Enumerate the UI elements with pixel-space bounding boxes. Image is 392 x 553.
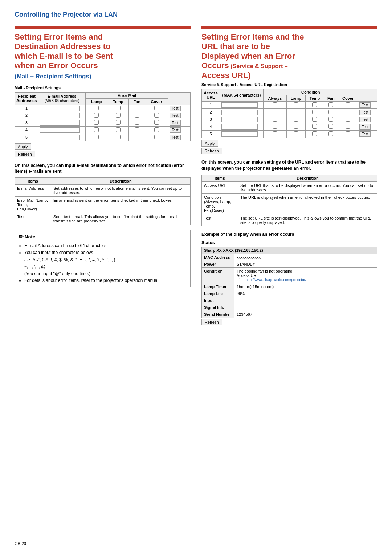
access-url-link[interactable]: http://www.sharp-world.com/projector/ xyxy=(245,278,306,282)
url-input-4[interactable] xyxy=(221,124,258,130)
right-apply-button[interactable]: Apply xyxy=(201,140,218,147)
col-error-mail: Error Mail xyxy=(86,92,168,98)
url-input-1[interactable] xyxy=(221,102,258,108)
fan-check-r4[interactable] xyxy=(328,124,333,129)
right-header-bar xyxy=(201,26,377,29)
test-btn-3[interactable]: Test xyxy=(170,120,180,126)
cover-check-5[interactable] xyxy=(154,135,159,139)
list-item: E-mail Address can be up to 64 character… xyxy=(24,242,187,249)
temp-check-r5[interactable] xyxy=(312,131,317,136)
table-row: 5 Test xyxy=(15,134,191,141)
list-item: Condition The cooling fan is not operati… xyxy=(202,268,377,283)
url-input-3[interactable] xyxy=(221,117,258,122)
right-form-label: Service & Support - Access URL Registrat… xyxy=(201,82,377,87)
right-desc-intro: On this screen, you can make settings of… xyxy=(201,159,377,172)
fan-check-2[interactable] xyxy=(135,113,139,118)
left-section-subtitle: (Mail – Recipient Settings) xyxy=(15,73,191,82)
always-check-1[interactable] xyxy=(273,102,277,107)
lamp-check-r2[interactable] xyxy=(294,110,298,114)
temp-check-1[interactable] xyxy=(116,106,121,110)
test-btn-1[interactable]: Test xyxy=(170,106,180,111)
test-btn-2[interactable]: Test xyxy=(170,113,180,118)
lamp-check-5[interactable] xyxy=(94,135,99,139)
fan-check-r1[interactable] xyxy=(328,102,333,107)
note-label: Note xyxy=(25,234,35,239)
temp-check-3[interactable] xyxy=(116,120,121,125)
always-check-4[interactable] xyxy=(273,124,277,129)
list-item: Error Mail (Lamp, Temp, Fan,Cover) Error… xyxy=(15,197,191,213)
lamp-check-2[interactable] xyxy=(94,113,99,118)
test-btn-r5[interactable]: Test xyxy=(359,131,370,137)
temp-check-r3[interactable] xyxy=(312,117,317,122)
temp-check-5[interactable] xyxy=(116,135,121,139)
left-refresh-button[interactable]: Refresh xyxy=(15,151,35,157)
example-title: Example of the display when an error occ… xyxy=(201,232,377,238)
cover-check-r5[interactable] xyxy=(346,131,350,136)
left-note-box: ✏ Note E-mail Address can be up to 64 ch… xyxy=(15,230,191,287)
note-icon: ✏ xyxy=(19,233,23,240)
lamp-check-r1[interactable] xyxy=(294,102,298,107)
email-input-3[interactable] xyxy=(40,120,80,126)
email-input-1[interactable] xyxy=(40,106,80,111)
table-row: 4 Test xyxy=(202,123,377,130)
right-column: Setting Error Items and the URL that are… xyxy=(201,26,377,325)
fan-check-3[interactable] xyxy=(135,120,139,125)
left-apply-button[interactable]: Apply xyxy=(15,143,31,150)
test-btn-5[interactable]: Test xyxy=(170,135,180,140)
fan-check-r5[interactable] xyxy=(328,131,333,136)
fan-check-1[interactable] xyxy=(135,106,139,110)
desc-col-items-r: Items xyxy=(202,175,238,181)
right-refresh-button[interactable]: Refresh xyxy=(201,148,222,154)
left-desc-section: On this screen, you can input e-mail des… xyxy=(15,163,191,225)
temp-check-2[interactable] xyxy=(116,113,121,118)
lamp-check-r5[interactable] xyxy=(294,131,298,136)
email-input-4[interactable] xyxy=(40,127,80,133)
cover-check-2[interactable] xyxy=(154,113,159,118)
test-btn-r2[interactable]: Test xyxy=(359,110,370,115)
status-section: Example of the display when an error occ… xyxy=(201,232,377,326)
list-item: You can input the characters below: a-z,… xyxy=(24,249,187,277)
col-fan-r: Fan xyxy=(324,95,338,101)
temp-check-r1[interactable] xyxy=(312,102,317,107)
col-fan: Fan xyxy=(129,98,145,105)
col-always: Always xyxy=(264,95,287,101)
test-btn-r3[interactable]: Test xyxy=(359,117,370,122)
lamp-check-1[interactable] xyxy=(94,106,99,110)
cover-check-r2[interactable] xyxy=(346,110,350,114)
fan-check-4[interactable] xyxy=(135,127,139,132)
test-btn-4[interactable]: Test xyxy=(170,127,180,133)
list-item: Signal Info ---- xyxy=(202,304,377,311)
lamp-check-3[interactable] xyxy=(94,120,99,125)
device-header-row: Sharp XX-XXXX (192.168.150.2) xyxy=(202,247,377,254)
url-input-2[interactable] xyxy=(221,110,258,115)
lamp-check-r3[interactable] xyxy=(294,117,298,122)
list-item: Serial Number 1234567 xyxy=(202,311,377,318)
test-btn-r1[interactable]: Test xyxy=(359,102,370,108)
temp-check-r2[interactable] xyxy=(312,110,317,114)
cover-check-1[interactable] xyxy=(154,106,159,110)
email-input-2[interactable] xyxy=(40,113,80,118)
always-check-5[interactable] xyxy=(273,131,277,136)
fan-check-r3[interactable] xyxy=(328,117,333,122)
fan-check-r2[interactable] xyxy=(328,110,333,114)
test-btn-r4[interactable]: Test xyxy=(359,124,370,130)
temp-check-4[interactable] xyxy=(116,127,121,132)
always-check-3[interactable] xyxy=(273,117,277,122)
cover-check-3[interactable] xyxy=(154,120,159,125)
lamp-check-4[interactable] xyxy=(94,127,99,132)
status-refresh-button[interactable]: Refresh xyxy=(201,319,222,325)
status-table: Sharp XX-XXXX (192.168.150.2) MAC Addres… xyxy=(201,247,377,318)
fan-check-5[interactable] xyxy=(135,135,139,139)
always-check-2[interactable] xyxy=(273,110,277,114)
temp-check-r4[interactable] xyxy=(312,124,317,129)
desc-col-desc: Description xyxy=(51,178,191,185)
cover-check-r4[interactable] xyxy=(346,124,350,129)
lamp-check-r4[interactable] xyxy=(294,124,298,129)
url-input-5[interactable] xyxy=(221,131,258,137)
col-url-input: (MAX 64 characters) xyxy=(220,89,264,101)
email-input-5[interactable] xyxy=(40,135,80,140)
access-url-number: 1 xyxy=(237,278,244,282)
cover-check-r1[interactable] xyxy=(346,102,350,107)
cover-check-r3[interactable] xyxy=(346,117,350,122)
cover-check-4[interactable] xyxy=(154,127,159,132)
